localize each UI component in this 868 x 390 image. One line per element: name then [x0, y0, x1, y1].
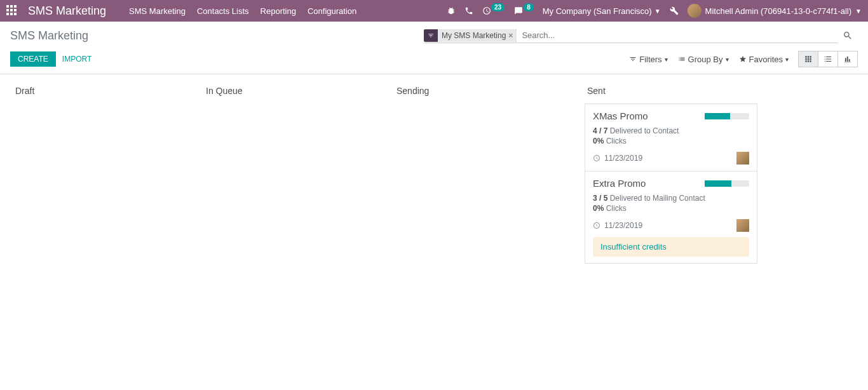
breadcrumb: SMS Marketing: [10, 29, 424, 43]
progress-fill: [705, 180, 731, 187]
view-switcher: [799, 51, 858, 67]
funnel-icon: [629, 55, 637, 63]
user-label: Mitchell Admin (706941-13-0-c774f1-all): [705, 6, 852, 16]
kanban-view-button[interactable]: [798, 51, 818, 67]
phone-icon[interactable]: [465, 6, 473, 15]
control-panel: SMS Marketing My SMS Marketing × Create …: [0, 22, 868, 74]
tools-icon[interactable]: [670, 6, 679, 15]
clock-icon: [593, 154, 600, 162]
chevron-down-icon: ▼: [654, 8, 661, 15]
apps-icon[interactable]: [6, 5, 18, 17]
kanban-column-in-queue: In Queue: [201, 81, 391, 264]
column-title: Draft: [13, 81, 198, 104]
filters-label: Filters: [639, 55, 661, 64]
delivered-label: Delivered to Mailing Contact: [610, 194, 705, 203]
avatar: [736, 219, 749, 232]
star-icon: [739, 55, 747, 63]
card-clicks: 0% Clicks: [593, 137, 749, 145]
column-title: In Queue: [203, 81, 389, 104]
facet-remove-icon[interactable]: ×: [508, 31, 513, 40]
delivered-num: 4 / 7: [593, 126, 607, 135]
delivered-label: Delivered to Contact: [610, 126, 679, 135]
chevron-down-icon: ▾: [665, 56, 668, 63]
company-switcher[interactable]: My Company (San Francisco) ▼: [543, 6, 661, 16]
warning-banner[interactable]: Insufficient credits: [593, 237, 749, 257]
app-brand[interactable]: SMS Marketing: [28, 4, 106, 18]
list-view-button[interactable]: [818, 51, 838, 67]
column-title: Sending: [394, 81, 580, 104]
clicks-pct: 0%: [593, 204, 604, 213]
company-name: My Company (San Francisco): [543, 6, 652, 16]
activity-icon[interactable]: 23: [482, 6, 505, 15]
create-button[interactable]: Create: [10, 51, 56, 67]
chart-icon: [843, 55, 852, 64]
card-date: 11/23/2019: [593, 154, 642, 163]
search-input[interactable]: [517, 28, 837, 43]
search-box[interactable]: My SMS Marketing ×: [424, 28, 837, 43]
favorites-label: Favorites: [749, 55, 783, 64]
top-navbar: SMS Marketing SMS Marketing Contacts Lis…: [0, 0, 868, 22]
chevron-down-icon: ▾: [726, 56, 729, 63]
progress-fill: [705, 113, 730, 119]
clicks-pct: 0%: [593, 137, 604, 145]
user-menu[interactable]: Mitchell Admin (706941-13-0-c774f1-all) …: [688, 4, 862, 18]
activity-badge: 23: [491, 3, 505, 11]
kanban-board: Draft In Queue Sending Sent XMas Promo 4…: [0, 74, 868, 270]
avatar: [736, 152, 749, 165]
kanban-column-sending: Sending: [391, 81, 582, 264]
nav-configuration[interactable]: Configuration: [308, 6, 356, 16]
card-delivered: 3 / 5 Delivered to Mailing Contact: [593, 194, 749, 203]
groupby-label: Group By: [688, 55, 723, 64]
debug-icon[interactable]: [447, 6, 456, 15]
list-icon: [824, 55, 832, 64]
list-icon: [678, 55, 686, 63]
: 11/23/2019: [604, 154, 642, 163]
kanban-icon: [804, 55, 813, 64]
card-delivered: 4 / 7 Delivered to Contact: [593, 126, 749, 135]
kanban-column-sent: Sent XMas Promo 4 / 7 Delivered to Conta…: [582, 81, 760, 264]
card-clicks: 0% Clicks: [593, 204, 749, 213]
card-date: 11/23/2019: [593, 221, 642, 230]
filter-icon: [424, 30, 438, 41]
delivered-num: 3 / 5: [593, 194, 607, 203]
column-title: Sent: [585, 81, 757, 104]
chevron-down-icon: ▼: [855, 8, 862, 15]
card-title: Extra Promo: [593, 178, 646, 189]
chevron-down-icon: ▾: [785, 56, 789, 63]
nav-contacts-lists[interactable]: Contacts Lists: [197, 6, 249, 16]
facet-label: My SMS Marketing: [442, 31, 506, 40]
kanban-card[interactable]: XMas Promo 4 / 7 Delivered to Contact 0%…: [585, 104, 757, 171]
avatar: [688, 4, 702, 18]
search-facet: My SMS Marketing ×: [424, 29, 517, 42]
progress-bar: [705, 180, 749, 187]
date-value: 11/23/2019: [604, 221, 642, 230]
favorites-dropdown[interactable]: Favorites ▾: [739, 55, 789, 64]
nav-right: 23 8 My Company (San Francisco) ▼ Mitche…: [447, 4, 862, 18]
search-icon[interactable]: [837, 30, 858, 41]
nav-reporting[interactable]: Reporting: [261, 6, 296, 16]
clicks-label: Clicks: [606, 137, 627, 145]
kanban-card[interactable]: Extra Promo 3 / 5 Delivered to Mailing C…: [585, 171, 757, 264]
clock-icon: [593, 222, 600, 229]
filters-dropdown[interactable]: Filters ▾: [629, 55, 667, 64]
graph-view-button[interactable]: [837, 51, 858, 67]
nav-sms-marketing[interactable]: SMS Marketing: [129, 6, 186, 16]
progress-bar: [705, 113, 749, 119]
import-button[interactable]: Import: [62, 55, 92, 64]
nav-menu: SMS Marketing Contacts Lists Reporting C…: [129, 6, 356, 16]
kanban-column-draft: Draft: [10, 81, 201, 264]
discuss-icon[interactable]: 8: [513, 6, 534, 15]
groupby-dropdown[interactable]: Group By ▾: [678, 55, 729, 64]
clicks-label: Clicks: [606, 204, 627, 213]
card-title: XMas Promo: [593, 111, 648, 121]
discuss-badge: 8: [524, 3, 534, 11]
